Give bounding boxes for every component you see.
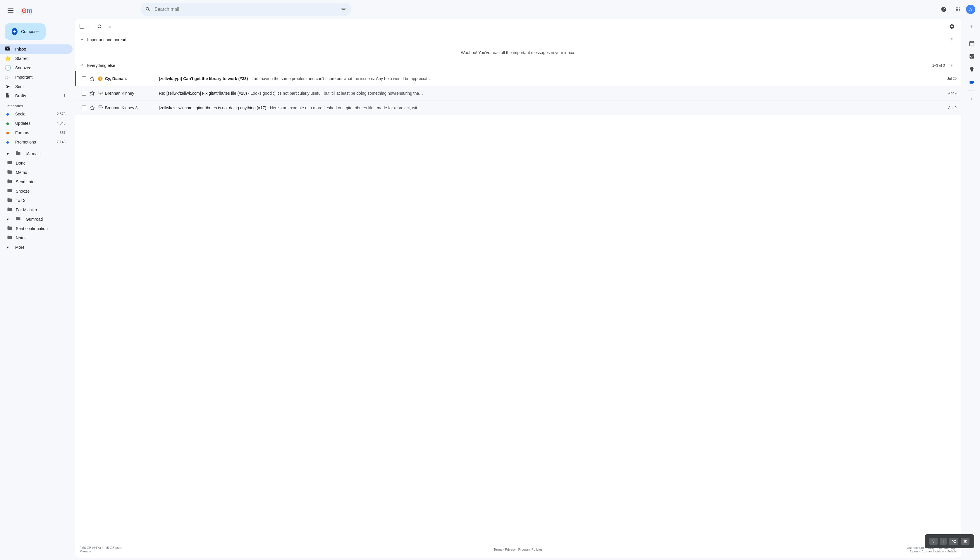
email-sender-3: Brennan Kinney 3	[105, 105, 158, 110]
everything-else-collapse-button[interactable]	[80, 62, 85, 69]
nav-airmail[interactable]: ▾ [Airmail]	[0, 149, 72, 158]
inbox-label: Inbox	[15, 47, 65, 52]
svg-marker-4	[99, 91, 103, 93]
kbd-key-up: ↑	[940, 538, 947, 545]
select-dropdown-button[interactable]	[84, 22, 94, 31]
send-later-label: Send Later	[16, 180, 36, 184]
nav-social[interactable]: ● Social 2,573	[0, 109, 72, 119]
keyboard-shortcut-popup: ⇧ ↑ ⌥ ⌘	[925, 534, 974, 548]
nav-gumroad[interactable]: ▾ Gumroad	[0, 215, 72, 224]
search-icon	[145, 7, 151, 12]
nav-snooze[interactable]: Snooze	[0, 187, 72, 196]
hamburger-menu[interactable]	[5, 5, 17, 17]
star-icon-3[interactable]	[89, 105, 96, 110]
open-location-link[interactable]: Open in 1 other location	[910, 550, 944, 553]
email-checkbox-3[interactable]	[80, 105, 87, 110]
email-row[interactable]: Brennan Kinney 3 [zellwk/zellwk.com] .gi…	[75, 100, 961, 115]
refresh-button[interactable]	[95, 22, 104, 31]
svg-text:Gmail: Gmail	[22, 7, 32, 14]
terms-link[interactable]: Terms	[493, 548, 502, 551]
everything-else-section-header: Everything else 1–3 of 3	[75, 60, 961, 71]
nav-inbox[interactable]: Inbox	[0, 45, 72, 54]
privacy-link[interactable]: Privacy	[505, 548, 515, 551]
important-unread-title: Important and unread	[87, 37, 947, 42]
nav-memo[interactable]: Memo	[0, 168, 72, 177]
nav-more[interactable]: ▾ More	[0, 243, 72, 252]
nav-drafts[interactable]: Drafts 1	[0, 91, 72, 100]
email-sender-2: Brennan Kinney	[105, 91, 158, 95]
important-marker-3	[97, 105, 104, 110]
right-panel-add-button[interactable]: +	[966, 21, 978, 33]
footer-links: Terms · Privacy · Program Policies	[372, 548, 664, 551]
nav-promotions[interactable]: ● Promotions 7,148	[0, 137, 72, 147]
nav-forums[interactable]: ● Forums 337	[0, 128, 72, 137]
nav-notes[interactable]: Notes	[0, 233, 72, 243]
right-panel-meet-button[interactable]	[966, 76, 978, 88]
snooze-label: Snooze	[16, 189, 30, 193]
search-bar	[140, 3, 351, 16]
empty-inbox-message: Woohoo! You've read all the important me…	[75, 46, 961, 60]
star-icon-2[interactable]	[89, 91, 96, 96]
snoozed-icon: 🕐	[5, 65, 10, 71]
search-input[interactable]	[154, 7, 337, 12]
avatar[interactable]: A	[966, 5, 975, 14]
details-link[interactable]: Details	[947, 550, 957, 553]
everything-else-more-button[interactable]	[947, 61, 957, 70]
airmail-folder-icon	[15, 150, 21, 157]
important-unread-section-header: Important and unread	[75, 34, 961, 46]
right-panel-calendar-button[interactable]	[966, 38, 978, 49]
compose-plus-icon: +	[12, 28, 18, 35]
email-subject-snippet-1: [zellwk/typi] Can't get the library to w…	[159, 76, 938, 81]
gumroad-label: Gumroad	[26, 217, 65, 222]
email-row[interactable]: Cy, Diana 4 [zellwk/typi] Can't get the …	[75, 71, 961, 86]
svg-rect-0	[8, 8, 13, 9]
categories-header: Categories	[0, 102, 75, 109]
everything-else-count: 1–3 of 3	[932, 63, 945, 68]
nav-done[interactable]: Done	[0, 158, 72, 168]
forums-label: Forums	[15, 130, 55, 135]
social-label: Social	[15, 112, 52, 116]
starred-icon: ⭐	[5, 55, 10, 62]
email-checkbox-1[interactable]	[80, 76, 87, 81]
policies-link[interactable]: Program Policies	[518, 548, 543, 551]
more-expand-icon: ▾	[5, 245, 10, 250]
svg-rect-1	[8, 10, 13, 11]
search-filter-icon[interactable]	[341, 7, 346, 12]
apps-button[interactable]	[952, 3, 963, 15]
drafts-icon	[5, 93, 10, 99]
nav-for-michiko[interactable]: For Michiko	[0, 205, 72, 215]
compose-button[interactable]: + Compose	[5, 23, 46, 40]
help-button[interactable]	[938, 3, 950, 15]
nav-send-later[interactable]: Send Later	[0, 177, 72, 187]
nav-to-do[interactable]: To Do	[0, 196, 72, 205]
right-panel-keep-button[interactable]	[966, 63, 978, 75]
nav-updates[interactable]: ● Updates 4,048	[0, 119, 72, 128]
app-header: A	[75, 0, 980, 19]
email-date-1: Jul 20	[939, 77, 957, 81]
to-do-label: To Do	[16, 198, 27, 203]
right-panel-expand-button[interactable]: ‹	[966, 93, 978, 105]
right-panel-tasks-button[interactable]	[966, 50, 978, 62]
more-options-button[interactable]	[105, 22, 115, 31]
nav-snoozed[interactable]: 🕐 Snoozed	[0, 63, 72, 72]
email-row[interactable]: Brennan Kinney Re: [zellwk/zellwk.com] F…	[75, 86, 961, 100]
important-unread-more-button[interactable]	[947, 35, 957, 45]
memo-folder-icon	[7, 169, 12, 176]
nav-sent[interactable]: ➤ Sent	[0, 82, 72, 91]
manage-link[interactable]: Manage	[80, 550, 91, 553]
settings-button[interactable]	[947, 22, 957, 31]
svg-rect-2	[8, 12, 13, 13]
snooze-folder-icon	[7, 188, 12, 194]
important-unread-collapse-button[interactable]	[80, 37, 85, 43]
nav-important[interactable]: ▷ Important	[0, 72, 72, 82]
email-checkbox-2[interactable]	[80, 91, 87, 95]
nav-starred[interactable]: ⭐ Starred	[0, 54, 72, 63]
footer: 9.68 GB (64%) of 15 GB used Manage Terms…	[75, 541, 961, 558]
gumroad-expand-icon: ▾	[5, 217, 10, 222]
kbd-key-shift: ⇧	[930, 538, 938, 545]
nav-sent-confirmation[interactable]: Sent confirmation	[0, 224, 72, 233]
select-all-checkbox[interactable]	[80, 24, 84, 28]
star-icon-1[interactable]	[89, 76, 96, 81]
kbd-key-alt: ⌥	[949, 538, 958, 545]
sent-confirmation-folder-icon	[7, 225, 12, 232]
